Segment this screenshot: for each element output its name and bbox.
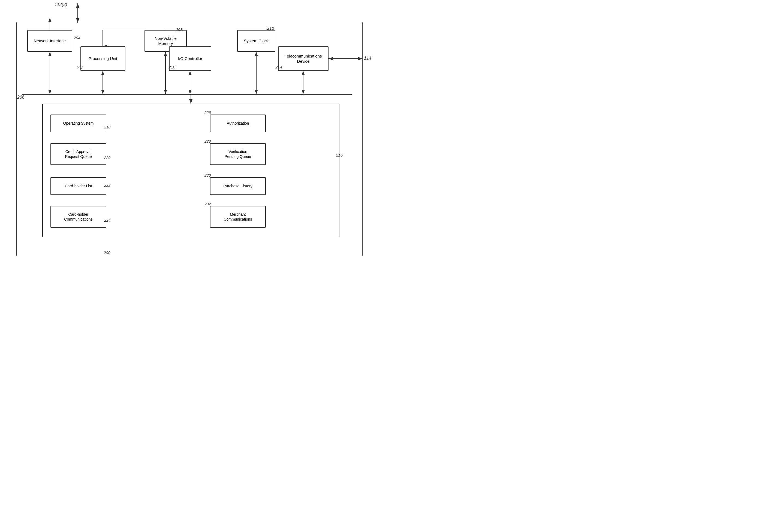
ref-label-220: 220 (104, 155, 110, 160)
ref-label-208: 208 (176, 27, 183, 32)
ref-label-112: 112(3) (55, 2, 67, 7)
box-chc: Card-holder Communications (51, 206, 106, 228)
box-carq: Credit Approval Request Queue (51, 143, 106, 165)
ref-label-114: 114 (364, 56, 371, 61)
ref-label-206: 206 (17, 95, 24, 100)
ref-label-204: 204 (74, 35, 80, 40)
box-processing-unit: Processing Unit (80, 46, 125, 71)
ref-label-232: 232 (205, 202, 211, 206)
box-mc: Merchant Communications (210, 206, 266, 228)
box-network-interface: Network Interface (27, 30, 72, 52)
ref-label-212: 212 (267, 26, 274, 30)
ref-label-210: 210 (169, 64, 175, 69)
diagram: 112(3) 114 200 206 Network Interface 204… (0, 0, 380, 266)
ref-label-230: 230 (205, 173, 211, 178)
ref-label-228: 228 (205, 139, 211, 143)
ref-label-222: 222 (104, 183, 110, 187)
ref-label-224: 224 (104, 218, 110, 223)
ref-label-216: 216 (336, 153, 343, 157)
box-system-clock: System Clock (237, 30, 275, 52)
bus-line (22, 94, 352, 95)
box-chl: Card-holder List (51, 177, 106, 195)
box-auth: Authorization (210, 114, 266, 132)
ref-label-226: 226 (205, 110, 211, 115)
ref-label-202: 202 (76, 65, 83, 70)
box-vpq: Verification Pending Queue (210, 143, 266, 165)
ref-label-200: 200 (103, 250, 110, 255)
box-ph: Purchase History (210, 177, 266, 195)
box-io-controller: I/O Controller (169, 46, 211, 71)
box-telecom-device: Telecommunications Device (278, 46, 329, 71)
ref-label-218: 218 (104, 125, 110, 129)
ref-label-214: 214 (275, 64, 282, 69)
box-os: Operating System (51, 114, 106, 132)
